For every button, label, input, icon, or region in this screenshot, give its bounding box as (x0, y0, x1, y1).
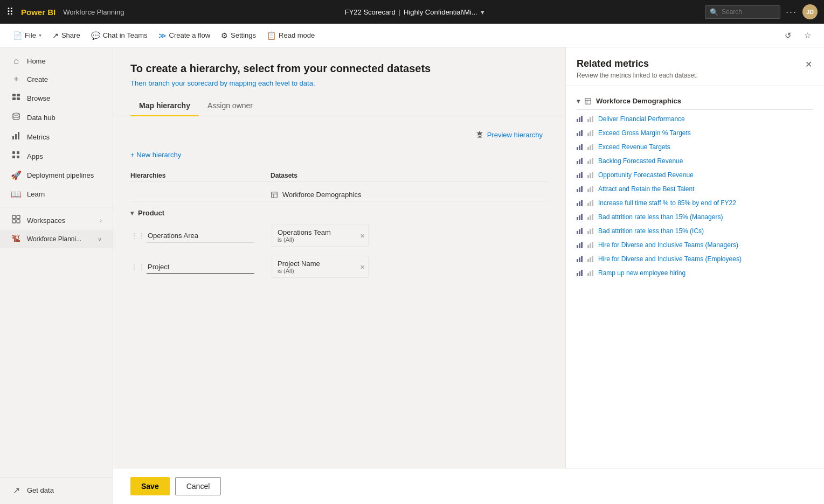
metric-label-7: Bad attrition rate less than 15% (Manage… (598, 213, 723, 221)
get-data-label: Get data (27, 486, 54, 494)
metric-item-1[interactable]: Exceed Gross Margin % Targets (577, 126, 813, 140)
tab-assign-owner[interactable]: Assign owner (199, 96, 261, 116)
top-navigation: ⠿ Power BI Workforce Planning FY22 Score… (0, 0, 824, 24)
sidebar-item-apps[interactable]: Apps (0, 146, 113, 166)
metric-item-3[interactable]: Backlog Forecasted Revenue (577, 154, 813, 168)
new-hierarchy-button[interactable]: + New hierarchy (130, 149, 548, 161)
favorite-icon[interactable]: ☆ (799, 27, 815, 44)
chat-in-teams-button[interactable]: 💬 Chat in Teams (87, 29, 152, 43)
hierarchy-row-0: ⋮⋮ Operations Team is (All) ✕ (130, 220, 548, 251)
powerbi-logo: Power BI (21, 8, 56, 17)
dataset-pill-close-0[interactable]: ✕ (360, 232, 365, 239)
sidebar-item-create[interactable]: + Create (0, 70, 113, 88)
dataset-pill-close-1[interactable]: ✕ (360, 263, 365, 270)
sidebar-item-workspaces[interactable]: Workspaces › (0, 211, 113, 230)
right-panel-close-button[interactable]: ✕ (804, 58, 813, 71)
file-icon: 📄 (13, 31, 22, 40)
svg-rect-40 (590, 145, 591, 150)
metric-bar-icon-right-8 (587, 228, 595, 234)
metric-item-4[interactable]: Opportunity Forecasted Revenue (577, 168, 813, 182)
sidebar-metrics-label: Metrics (27, 133, 50, 141)
dataset-pill-sub-1: is (All) (278, 268, 363, 274)
svg-rect-1 (17, 94, 20, 96)
cancel-button[interactable]: Cancel (175, 477, 221, 495)
apps-icon (11, 151, 22, 162)
product-collapse-icon: ▾ (130, 209, 134, 217)
metric-item-8[interactable]: Bad attrition rate less than 15% (ICs) (577, 224, 813, 238)
right-panel-header-text: Related metrics Review the metrics linke… (577, 58, 698, 79)
workspaces-expand-icon: › (100, 217, 102, 223)
metric-label-2: Exceed Revenue Targets (598, 143, 670, 151)
metric-label-4: Opportunity Forecasted Revenue (598, 171, 694, 179)
svg-rect-60 (577, 203, 578, 206)
tab-map-hierarchy[interactable]: Map hierarchy (130, 96, 199, 116)
sidebar-item-browse[interactable]: Browse (0, 88, 113, 108)
avatar[interactable]: JD (802, 4, 818, 19)
deployment-icon: 🚀 (11, 170, 22, 180)
sidebar-item-active-workspace[interactable]: 🏗 Workforce Planni... ∨ (0, 230, 113, 248)
right-panel-title: Related metrics (577, 58, 698, 69)
share-button[interactable]: ↗ Share (48, 29, 85, 43)
svg-rect-89 (592, 256, 593, 262)
settings-button[interactable]: ⚙ Settings (217, 29, 260, 43)
page-subtitle: Then branch your scorecard by mapping ea… (130, 79, 548, 87)
hierarchy-name-input-1[interactable] (147, 261, 254, 274)
workspace-expand-icon: ∨ (98, 236, 102, 243)
svg-rect-42 (577, 161, 578, 164)
content-and-panel: To create a hierarchy, select from your … (113, 47, 824, 468)
file-menu[interactable]: 📄 File ▾ (9, 29, 46, 43)
dataset-group-header[interactable]: ▾ Workforce Demographics (577, 93, 813, 110)
search-box[interactable]: 🔍 (705, 5, 780, 19)
more-options-icon[interactable]: ··· (786, 6, 797, 18)
document-title: FY22 Scorecard | Highly Confidential\Mi.… (129, 8, 700, 16)
metric-item-9[interactable]: Hire for Diverse and Inclusive Teams (Ma… (577, 238, 813, 252)
sidebar-item-datahub[interactable]: Data hub (0, 108, 113, 127)
metric-label-6: Increase full time staff % to 85% by end… (598, 199, 736, 207)
sidebar-item-get-data[interactable]: ↗ Get data (0, 481, 113, 500)
metric-item-5[interactable]: Attract and Retain the Best Talent (577, 182, 813, 196)
svg-rect-5 (12, 136, 14, 139)
svg-rect-61 (579, 201, 580, 206)
svg-rect-47 (592, 158, 593, 164)
new-hierarchy-label: + New hierarchy (130, 151, 181, 159)
dataset-pill-1[interactable]: Project Name is (All) ✕ (272, 256, 369, 278)
drag-handle-0[interactable]: ⋮⋮ (130, 232, 141, 240)
create-flow-button[interactable]: ≫ Create a flow (154, 29, 215, 43)
sidebar-item-home[interactable]: ⌂ Home (0, 52, 113, 70)
toolbar: 📄 File ▾ ↗ Share 💬 Chat in Teams ≫ Creat… (0, 24, 824, 47)
sidebar-item-metrics[interactable]: Metrics (0, 127, 113, 146)
svg-point-4 (13, 113, 19, 115)
svg-rect-77 (592, 228, 593, 234)
refresh-icon[interactable]: ↺ (780, 27, 796, 44)
sidebar-item-deployment[interactable]: 🚀 Deployment pipelines (0, 166, 113, 185)
svg-rect-17 (477, 137, 482, 138)
metric-label-10: Hire for Diverse and Inclusive Teams (Em… (598, 255, 742, 263)
metric-item-7[interactable]: Bad attrition rate less than 15% (Manage… (577, 210, 813, 224)
dataset-group-icon (584, 97, 592, 105)
metric-item-2[interactable]: Exceed Revenue Targets (577, 140, 813, 154)
grid-menu-icon[interactable]: ⠿ (6, 6, 13, 18)
save-button[interactable]: Save (130, 477, 170, 495)
hierarchy-table-header: Hierarchies Datasets (130, 170, 548, 182)
metric-item-10[interactable]: Hire for Diverse and Inclusive Teams (Em… (577, 252, 813, 266)
read-mode-button[interactable]: 📋 Read mode (262, 29, 319, 43)
preview-hierarchy-button[interactable]: Preview hierarchy (470, 127, 548, 142)
svg-rect-86 (581, 256, 583, 262)
dataset-group-name: Workforce Demographics (282, 191, 361, 199)
dataset-pill-0[interactable]: Operations Team is (All) ✕ (272, 225, 369, 247)
search-input[interactable] (722, 8, 775, 16)
dataset-group-label: Workforce Demographics (596, 97, 681, 105)
product-header[interactable]: ▾ Product (130, 206, 548, 220)
metric-item-6[interactable]: Increase full time staff % to 85% by end… (577, 196, 813, 210)
hierarchy-name-input-0[interactable] (147, 229, 254, 242)
metric-item-11[interactable]: Ramp up new employee hiring (577, 266, 813, 280)
svg-rect-58 (590, 187, 591, 192)
svg-rect-90 (577, 273, 578, 276)
chevron-down-icon[interactable]: ▾ (481, 8, 484, 16)
drag-handle-1[interactable]: ⋮⋮ (130, 263, 141, 271)
metric-bar-icon-right-10 (587, 256, 595, 262)
page-header: To create a hierarchy, select from your … (113, 47, 565, 96)
svg-rect-68 (581, 214, 583, 220)
metric-item-0[interactable]: Deliver Financial Performance (577, 112, 813, 126)
sidebar-item-learn[interactable]: 📖 Learn (0, 185, 113, 204)
